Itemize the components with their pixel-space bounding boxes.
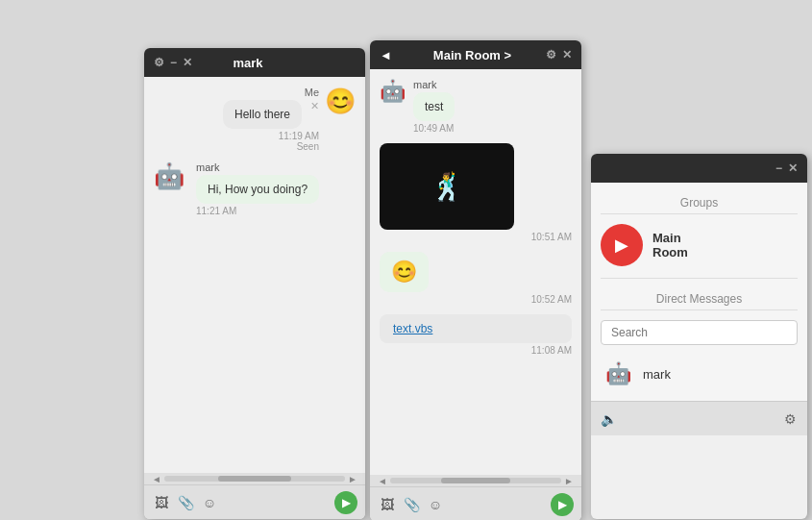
emoji-message-text: 😊 — [391, 260, 417, 284]
main-room-controls: ⚙ ✕ — [546, 48, 572, 62]
delete-message-btn[interactable]: ✕ — [310, 100, 319, 112]
scroll-thumb[interactable] — [218, 476, 290, 482]
mark-name-label: mark — [196, 161, 219, 173]
mark-chat-window: ⚙ − ✕ mark 😊 Me Hello there ✕ 11:19 AM S… — [144, 48, 365, 519]
input-icons: 🖼 📎 ☺ — [152, 493, 219, 512]
groups-controls: − ✕ — [775, 161, 798, 175]
main-room-back-arrow[interactable]: ◄ — [380, 48, 399, 62]
test-message-time: 10:49 AM — [413, 123, 454, 134]
dancer-figure: 🕺 — [431, 171, 464, 203]
dm-mark-name: mark — [643, 367, 671, 382]
file-message-row: text.vbs 11:08 AM — [380, 314, 572, 356]
mark-bubble-content: mark Hi, How you doing? 11:21 AM — [196, 161, 319, 216]
main-scroll-left[interactable]: ◄ — [375, 476, 390, 486]
main-scroll-track[interactable] — [390, 478, 561, 483]
main-close-icon[interactable]: ✕ — [562, 48, 572, 62]
gear-icon[interactable]: ⚙ — [154, 56, 164, 69]
main-scroll-thumb[interactable] — [441, 478, 509, 483]
me-message-text: Hello there — [234, 108, 290, 121]
file-bubble[interactable]: text.vbs — [380, 314, 572, 343]
main-room-window: ◄ Main Room > ⚙ ✕ 🤖 mark test 10:49 AM 🕺 — [370, 40, 581, 520]
image-message-time: 10:51 AM — [380, 232, 572, 242]
image-bubble: 🕺 — [380, 143, 514, 230]
file-message-time: 11:08 AM — [380, 345, 572, 356]
emoji-message-row: 😊 10:52 AM — [380, 252, 572, 305]
mark-chat-title: mark — [192, 56, 304, 70]
groups-dm-panel: − ✕ Groups ▶ MainRoom Direct Messages 🤖 … — [591, 154, 807, 519]
dm-section-title: Direct Messages — [601, 288, 798, 310]
image-inner: 🕺 — [380, 143, 514, 230]
main-emoji-icon[interactable]: ☺ — [426, 495, 445, 514]
main-gear-icon[interactable]: ⚙ — [546, 48, 556, 62]
groups-volume-icon[interactable]: 🔈 — [599, 409, 618, 429]
emoji-message-time: 10:52 AM — [380, 294, 572, 305]
main-photo-icon[interactable]: 🖼 — [378, 495, 397, 514]
groups-panel-body: Groups ▶ MainRoom Direct Messages 🤖 mark — [591, 183, 807, 401]
groups-section-title: Groups — [601, 192, 798, 214]
emoji-picker-icon[interactable]: ☺ — [200, 493, 219, 512]
mark-chat-scrollbar[interactable]: ◄ ► — [144, 473, 365, 484]
scroll-right-arrow[interactable]: ► — [345, 474, 360, 484]
groups-bottom-bar: 🔈 ⚙ — [591, 401, 807, 435]
mark-message-text: Hi, How you doing? — [208, 183, 308, 196]
test-message-content: mark test 10:49 AM — [413, 79, 455, 134]
main-room-titlebar: ◄ Main Room > ⚙ ✕ — [370, 40, 581, 69]
main-input-icons: 🖼 📎 ☺ — [378, 495, 445, 514]
main-room-group-name: MainRoom — [652, 231, 688, 260]
message-row-me: 😊 Me Hello there ✕ 11:19 AM Seen — [154, 87, 356, 152]
me-label: Me — [305, 87, 319, 98]
test-bubble: test — [413, 92, 455, 121]
mark-chat-input-bar: 🖼 📎 ☺ ▶ — [144, 484, 365, 519]
section-divider — [601, 278, 798, 279]
main-scroll-right[interactable]: ► — [561, 476, 577, 486]
message-row-mark: 🤖 mark Hi, How you doing? 11:21 AM — [154, 161, 356, 216]
emoji-bubble: 😊 — [380, 252, 429, 292]
scroll-left-arrow[interactable]: ◄ — [149, 474, 164, 484]
image-message-row: 🕺 10:51 AM — [380, 143, 572, 242]
paperclip-icon[interactable]: 📎 — [176, 493, 195, 512]
main-paperclip-icon[interactable]: 📎 — [402, 495, 421, 514]
me-bubble-content: Me Hello there ✕ 11:19 AM Seen — [223, 87, 319, 152]
mark-window-controls: ⚙ − ✕ — [154, 56, 192, 69]
main-send-button[interactable]: ▶ — [551, 493, 574, 516]
main-room-scrollbar[interactable]: ◄ ► — [370, 475, 581, 486]
close-icon[interactable]: ✕ — [183, 56, 192, 69]
mark-chat-titlebar: ⚙ − ✕ mark — [144, 48, 365, 77]
main-room-input-bar: 🖼 📎 ☺ ▶ — [370, 486, 581, 520]
send-button[interactable]: ▶ — [334, 491, 357, 514]
test-message-row: 🤖 mark test 10:49 AM — [380, 79, 572, 134]
file-name: text.vbs — [393, 322, 432, 335]
test-message-text: test — [425, 100, 443, 113]
seen-status: Seen — [297, 141, 319, 152]
groups-close-icon[interactable]: ✕ — [788, 161, 798, 175]
photo-attach-icon[interactable]: 🖼 — [152, 493, 171, 512]
me-message-time: 11:19 AM — [279, 131, 319, 141]
mark-chat-body: 😊 Me Hello there ✕ 11:19 AM Seen 🤖 mar — [144, 77, 365, 473]
main-room-mark-avatar: 🤖 — [380, 79, 406, 104]
groups-gear-icon[interactable]: ⚙ — [780, 409, 800, 429]
main-room-play-btn[interactable]: ▶ — [601, 224, 643, 266]
dm-mark-item[interactable]: 🤖 mark — [601, 357, 798, 391]
minimize-icon[interactable]: − — [170, 56, 177, 69]
main-room-mark-label: mark — [413, 79, 436, 90]
main-room-title: Main Room > — [399, 48, 546, 62]
dm-search-input[interactable] — [601, 320, 798, 345]
main-room-group-item[interactable]: ▶ MainRoom — [601, 224, 798, 266]
mark-bubble: Hi, How you doing? — [196, 175, 319, 204]
groups-titlebar: − ✕ — [591, 154, 807, 183]
scroll-track[interactable] — [164, 476, 345, 482]
mark-avatar: 🤖 — [154, 161, 185, 191]
groups-minimize-icon[interactable]: − — [775, 161, 782, 175]
me-emoji-avatar: 😊 — [325, 87, 356, 116]
dm-mark-avatar: 🤖 — [601, 357, 635, 391]
mark-avatar-container: 🤖 — [154, 161, 188, 191]
me-bubble: Hello there — [223, 100, 302, 129]
main-room-chat-body: 🤖 mark test 10:49 AM 🕺 10:51 AM 😊 — [370, 69, 581, 475]
mark-message-time: 11:21 AM — [196, 206, 236, 216]
